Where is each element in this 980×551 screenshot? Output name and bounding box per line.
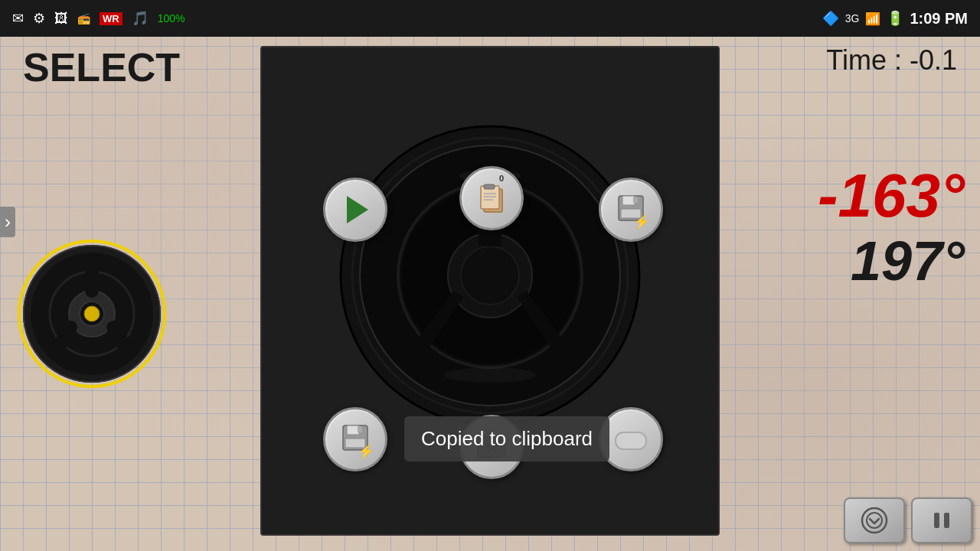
status-time: 1:09 PM xyxy=(910,10,968,28)
time-display: Time : -0.1 xyxy=(826,44,957,77)
save-bottom-lightning: ⚡ xyxy=(358,445,374,458)
clipboard-tooltip: Copied to clipboard xyxy=(404,416,609,461)
eraser-icon xyxy=(614,428,648,451)
wordref-icon: WR xyxy=(100,12,122,25)
negative-degree-display: -163° xyxy=(818,161,965,231)
save-bottom-button[interactable]: ⚡ xyxy=(323,407,387,471)
status-icons-right: 🔷 3G 📶 🔋 1:09 PM xyxy=(822,10,968,28)
svg-rect-38 xyxy=(934,513,939,528)
svg-point-19 xyxy=(444,367,536,383)
bluetooth-icon: 🔷 xyxy=(822,10,839,27)
battery-icon: 🔋 xyxy=(887,10,903,27)
usb-status-icon: ⚙ xyxy=(33,10,45,27)
steering-wheel-left xyxy=(15,237,168,390)
svg-point-36 xyxy=(862,508,887,533)
save-top-button[interactable]: ⚡ xyxy=(599,178,663,242)
svg-point-5 xyxy=(84,306,100,321)
image-status-icon: 🖼 xyxy=(54,11,68,27)
clipboard-button[interactable]: 0 xyxy=(459,166,524,230)
save-top-lightning: ⚡ xyxy=(633,215,650,229)
pause-icon xyxy=(928,507,956,534)
status-bar: ✉ ⚙ 🖼 📻 WR 🎵 100% 🔷 3G 📶 🔋 1:09 PM xyxy=(0,0,980,37)
svg-rect-39 xyxy=(944,513,949,528)
pause-button[interactable] xyxy=(911,497,972,543)
svg-rect-22 xyxy=(484,184,495,189)
scroll-down-icon xyxy=(861,507,888,534)
svg-point-37 xyxy=(867,513,882,528)
arrow-left-button[interactable] xyxy=(0,207,15,237)
svg-rect-35 xyxy=(616,432,646,449)
play-icon xyxy=(347,196,368,223)
radio-status-icon: 📻 xyxy=(77,12,90,24)
main-panel: 0 ⚡ ⚡ xyxy=(260,46,720,536)
network-3g-icon: 3G xyxy=(845,12,860,24)
clipboard-icon xyxy=(478,183,505,214)
svg-rect-33 xyxy=(358,426,362,432)
signal-bars-icon: 📶 xyxy=(865,11,880,26)
svg-rect-31 xyxy=(347,425,359,435)
svg-point-17 xyxy=(461,246,519,305)
scroll-down-button[interactable] xyxy=(844,497,905,543)
bottom-controls xyxy=(844,497,972,543)
play-button[interactable] xyxy=(323,178,387,242)
svg-rect-29 xyxy=(633,197,638,203)
mail-status-icon: ✉ xyxy=(12,10,24,27)
positive-degree-display: 197° xyxy=(851,230,965,292)
spotify-icon: 🎵 xyxy=(132,10,149,27)
status-icons-left: ✉ ⚙ 🖼 📻 WR 🎵 100% xyxy=(12,10,185,27)
svg-rect-27 xyxy=(622,196,635,205)
battery-percent-icon: 100% xyxy=(158,12,185,24)
clipboard-badge: 0 xyxy=(499,174,504,183)
select-label: SELECT xyxy=(23,44,180,90)
